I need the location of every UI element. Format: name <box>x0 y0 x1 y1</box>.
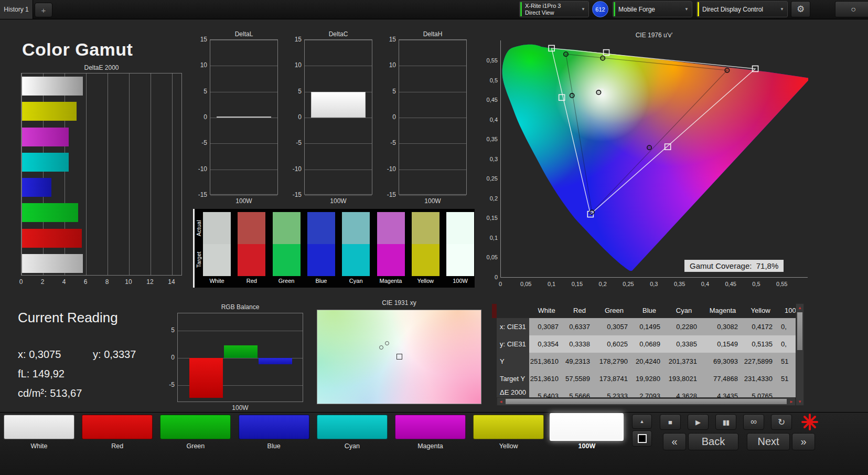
chart-deltae2000: DeltaE 2000 02468101214 <box>21 64 182 287</box>
collapse-panel-button[interactable]: ▲ <box>632 414 652 429</box>
table-cell: 0,4172 <box>743 318 778 335</box>
patch-button-blue[interactable]: Blue <box>235 413 313 453</box>
table-header-cell: Yellow <box>743 303 778 318</box>
first-page-button[interactable]: « <box>663 433 686 450</box>
stop-icon: ■ <box>668 418 672 426</box>
patch-button-red[interactable]: Red <box>78 413 156 453</box>
stop-button[interactable]: ■ <box>660 414 681 430</box>
topbar: History 1 + X-Rite i1Pro 3 Direct View ▼… <box>0 0 868 19</box>
patch-button-100w[interactable]: 100W <box>548 413 626 453</box>
cie1976-x-tick: 0,1 <box>543 281 560 287</box>
cie1976-y-tick: 0,55 <box>480 57 498 64</box>
refresh-icon: ↻ <box>778 417 785 428</box>
cie1976-diagram <box>501 40 808 278</box>
cdm2-label: cd/m²: <box>18 387 47 399</box>
rgb-gridline <box>178 331 303 331</box>
settings-button[interactable]: ⚙ <box>791 1 810 17</box>
patch-button-white[interactable]: White <box>0 413 78 453</box>
chevron-down-icon: ▼ <box>581 7 585 12</box>
target-swatch <box>273 244 301 276</box>
actual-swatch <box>273 212 301 244</box>
swatch-column-blue: Blue <box>307 212 335 284</box>
play-button[interactable]: ▶ <box>688 414 709 430</box>
table-horizontal-scrollbar[interactable]: ◄ ► <box>497 397 796 406</box>
deltaH-gridline <box>399 92 466 92</box>
pause-button[interactable]: ▮▮ <box>715 414 736 430</box>
cie1976-y-tick: 0,5 <box>480 77 498 83</box>
gamut-coverage-label: Gamut Coverage: <box>690 261 752 270</box>
tab-history-1[interactable]: History 1 <box>0 0 33 19</box>
deltaL-category-label: 100W <box>210 197 278 205</box>
table-row[interactable]: x: CIE310,30870,63370,30570,14950,22800,… <box>497 318 796 335</box>
deltae-axis-tick: 12 <box>144 278 156 286</box>
red-asterisk-icon[interactable] <box>800 413 819 431</box>
cie1931-measured-marker <box>379 345 383 350</box>
last-page-button[interactable]: » <box>792 433 815 450</box>
table-cell: 0,1549 <box>702 335 743 353</box>
scroll-up-arrow[interactable]: ▲ <box>796 304 803 311</box>
color-patch <box>160 415 231 439</box>
table-row[interactable]: ΔE 20005,64035,56665,23332,70934,36284,3… <box>497 387 796 397</box>
table-cell: 69,3093 <box>702 353 743 370</box>
source-dropdown[interactable]: Mobile Forge ▼ <box>613 1 692 17</box>
table-cell: 0,3087 <box>529 318 564 335</box>
scroll-down-arrow[interactable]: ▼ <box>796 398 803 405</box>
new-tab-button[interactable]: + <box>35 3 52 17</box>
back-button[interactable]: Back <box>688 433 738 450</box>
table-header-row: WhiteRedGreenBlueCyanMagentaYellow100W <box>497 303 796 318</box>
table-row[interactable]: Target Y251,361057,5589173,874119,928019… <box>497 370 796 387</box>
horizontal-scroll-thumb[interactable] <box>506 399 787 404</box>
table-cell: 4,3435 <box>702 387 743 397</box>
rgb-balance-plot-area <box>177 313 303 402</box>
current-reading-panel: Current Reading x: 0,3075 y: 0,3337 fL: … <box>18 310 175 409</box>
deltae-gridline <box>151 73 151 275</box>
table-cell: 5,2333 <box>595 387 633 397</box>
cie1976-y-tick: 0,3 <box>480 156 498 162</box>
display-control-dropdown[interactable]: Direct Display Control ▼ <box>696 1 788 17</box>
deltaC-category-label: 100W <box>304 197 372 205</box>
loop-button[interactable]: ∞ <box>743 414 764 430</box>
table-cell: 0,3082 <box>702 318 743 335</box>
patch-button-yellow[interactable]: Yellow <box>469 413 548 453</box>
session-button[interactable]: ○ <box>835 1 868 17</box>
patch-button-green[interactable]: Green <box>156 413 234 453</box>
table-row[interactable]: y: CIE310,33540,33380,60250,06890,33850,… <box>497 335 796 353</box>
cie1976-measured-marker-yellow <box>601 56 605 60</box>
current-reading-title: Current Reading <box>18 310 118 326</box>
deltaH-axis-tick: 10 <box>382 61 396 69</box>
table-vertical-scrollbar[interactable]: ▲ ▼ <box>796 303 804 406</box>
actual-swatch <box>307 212 335 244</box>
meter-dropdown[interactable]: X-Rite i1Pro 3 Direct View ▼ <box>519 1 589 17</box>
deltae-x-axis: 02468101214 <box>21 278 182 286</box>
deltae-bar-white <box>22 77 83 96</box>
table-cell: 0,6025 <box>595 335 633 353</box>
next-button[interactable]: Next <box>747 433 790 450</box>
patch-button-magenta[interactable]: Magenta <box>391 413 469 453</box>
scroll-left-arrow[interactable]: ◄ <box>497 398 505 405</box>
gear-icon: ⚙ <box>797 4 805 15</box>
vertical-scroll-thumb[interactable] <box>797 312 802 350</box>
deltaH-gridline <box>399 170 466 170</box>
table-cell: 20,4240 <box>633 353 666 370</box>
patch-button-cyan[interactable]: Cyan <box>313 413 391 453</box>
table-cell: 0,3354 <box>529 335 564 353</box>
table-header-cell <box>497 303 529 318</box>
reading-y: y: 0,3337 <box>93 349 136 361</box>
scroll-right-arrow[interactable]: ► <box>788 398 795 405</box>
rgb-axis-tick: 0 <box>163 354 175 361</box>
swatch-column-yellow: Yellow <box>412 212 440 284</box>
x-label: x: <box>18 349 26 360</box>
deltae-axis-tick: 0 <box>15 278 27 286</box>
refresh-button[interactable]: ↻ <box>771 414 792 430</box>
table-cell: 5,0765 <box>743 387 778 397</box>
bottom-bar: WhiteRedGreenBlueCyanMagentaYellow100W ▲… <box>0 412 868 475</box>
deltaH-axis-tick: -5 <box>382 139 396 146</box>
patch-window-button[interactable] <box>632 430 652 447</box>
deltaH-category-label: 100W <box>399 197 467 205</box>
cie1976-plot-area <box>500 40 808 278</box>
cie1976-x-tick: 0,25 <box>620 281 637 287</box>
cie1976-measured-marker-blue <box>590 210 594 214</box>
meter-status-indicator <box>520 2 522 16</box>
table-row[interactable]: Y251,361049,2313178,279020,4240201,37316… <box>497 353 796 370</box>
deltaH-gridline <box>399 40 466 40</box>
